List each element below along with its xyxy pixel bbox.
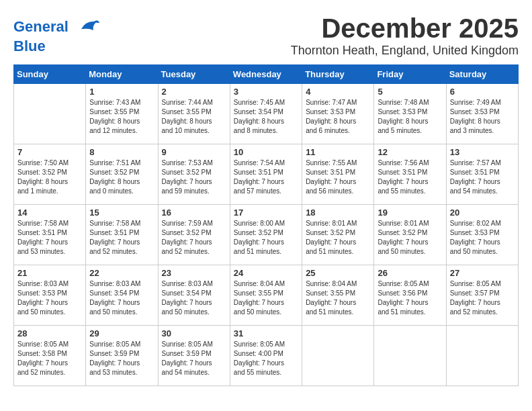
calendar-cell: 14Sunrise: 7:58 AMSunset: 3:51 PMDayligh… bbox=[14, 205, 86, 265]
day-number: 21 bbox=[17, 268, 82, 278]
week-row-4: 21Sunrise: 8:03 AMSunset: 3:53 PMDayligh… bbox=[14, 265, 519, 326]
day-info: Sunrise: 8:03 AMSunset: 3:54 PMDaylight:… bbox=[89, 279, 154, 317]
day-number: 3 bbox=[234, 87, 298, 97]
calendar-cell: 2Sunrise: 7:44 AMSunset: 3:55 PMDaylight… bbox=[158, 84, 230, 144]
day-number: 6 bbox=[450, 87, 515, 97]
day-number: 7 bbox=[17, 147, 82, 157]
logo-line2: Blue bbox=[13, 38, 99, 54]
day-info: Sunrise: 8:01 AMSunset: 3:52 PMDaylight:… bbox=[306, 219, 370, 257]
day-info: Sunrise: 8:03 AMSunset: 3:53 PMDaylight:… bbox=[17, 279, 82, 317]
calendar-cell: 7Sunrise: 7:50 AMSunset: 3:52 PMDaylight… bbox=[14, 144, 86, 205]
day-header-wednesday: Wednesday bbox=[230, 65, 302, 84]
day-number: 12 bbox=[378, 147, 442, 157]
calendar-cell: 23Sunrise: 8:03 AMSunset: 3:54 PMDayligh… bbox=[158, 265, 230, 326]
calendar-cell: 31Sunrise: 8:05 AMSunset: 4:00 PMDayligh… bbox=[230, 326, 302, 386]
calendar-cell bbox=[302, 326, 374, 386]
day-info: Sunrise: 7:45 AMSunset: 3:54 PMDaylight:… bbox=[234, 98, 298, 136]
day-info: Sunrise: 8:03 AMSunset: 3:54 PMDaylight:… bbox=[162, 279, 226, 317]
calendar-cell: 3Sunrise: 7:45 AMSunset: 3:54 PMDaylight… bbox=[230, 84, 302, 144]
day-number: 1 bbox=[89, 87, 154, 97]
day-number: 29 bbox=[89, 328, 154, 338]
day-number: 31 bbox=[234, 328, 298, 338]
calendar-cell: 11Sunrise: 7:55 AMSunset: 3:51 PMDayligh… bbox=[302, 144, 374, 205]
calendar-header-row: SundayMondayTuesdayWednesdayThursdayFrid… bbox=[14, 65, 519, 84]
day-info: Sunrise: 8:00 AMSunset: 3:52 PMDaylight:… bbox=[234, 219, 298, 257]
day-number: 13 bbox=[450, 147, 515, 157]
day-number: 30 bbox=[162, 328, 226, 338]
calendar-cell: 15Sunrise: 7:58 AMSunset: 3:51 PMDayligh… bbox=[86, 205, 158, 265]
day-info: Sunrise: 8:05 AMSunset: 3:56 PMDaylight:… bbox=[378, 279, 442, 317]
calendar-table: SundayMondayTuesdayWednesdayThursdayFrid… bbox=[13, 64, 519, 386]
calendar-cell: 16Sunrise: 7:59 AMSunset: 3:52 PMDayligh… bbox=[158, 205, 230, 265]
day-number: 11 bbox=[306, 147, 370, 157]
day-info: Sunrise: 7:43 AMSunset: 3:55 PMDaylight:… bbox=[89, 98, 154, 136]
calendar-cell: 22Sunrise: 8:03 AMSunset: 3:54 PMDayligh… bbox=[86, 265, 158, 326]
day-number: 17 bbox=[234, 208, 298, 218]
day-info: Sunrise: 7:55 AMSunset: 3:51 PMDaylight:… bbox=[306, 158, 370, 196]
logo-line1: General bbox=[13, 17, 99, 38]
day-number: 23 bbox=[162, 268, 226, 278]
day-number: 28 bbox=[17, 328, 82, 338]
day-info: Sunrise: 7:48 AMSunset: 3:53 PMDaylight:… bbox=[378, 98, 442, 136]
day-info: Sunrise: 8:02 AMSunset: 3:53 PMDaylight:… bbox=[450, 219, 515, 257]
day-number: 10 bbox=[234, 147, 298, 157]
day-info: Sunrise: 7:59 AMSunset: 3:52 PMDaylight:… bbox=[162, 219, 226, 257]
calendar-cell: 25Sunrise: 8:04 AMSunset: 3:55 PMDayligh… bbox=[302, 265, 374, 326]
calendar-cell: 27Sunrise: 8:05 AMSunset: 3:57 PMDayligh… bbox=[446, 265, 518, 326]
calendar-cell bbox=[446, 326, 518, 386]
day-number: 25 bbox=[306, 268, 370, 278]
day-info: Sunrise: 8:05 AMSunset: 3:59 PMDaylight:… bbox=[89, 340, 154, 377]
day-info: Sunrise: 7:58 AMSunset: 3:51 PMDaylight:… bbox=[89, 219, 154, 257]
day-header-tuesday: Tuesday bbox=[158, 65, 230, 84]
day-number: 5 bbox=[378, 87, 442, 97]
day-header-friday: Friday bbox=[374, 65, 446, 84]
calendar-cell: 24Sunrise: 8:04 AMSunset: 3:55 PMDayligh… bbox=[230, 265, 302, 326]
calendar-cell: 20Sunrise: 8:02 AMSunset: 3:53 PMDayligh… bbox=[446, 205, 518, 265]
calendar-cell: 19Sunrise: 8:01 AMSunset: 3:52 PMDayligh… bbox=[374, 205, 446, 265]
day-number: 8 bbox=[89, 147, 154, 157]
day-header-sunday: Sunday bbox=[14, 65, 86, 84]
day-info: Sunrise: 7:54 AMSunset: 3:51 PMDaylight:… bbox=[234, 158, 298, 196]
calendar-cell: 6Sunrise: 7:49 AMSunset: 3:53 PMDaylight… bbox=[446, 84, 518, 144]
day-number: 22 bbox=[89, 268, 154, 278]
day-number: 16 bbox=[162, 208, 226, 218]
day-info: Sunrise: 7:58 AMSunset: 3:51 PMDaylight:… bbox=[17, 219, 82, 257]
calendar-cell: 17Sunrise: 8:00 AMSunset: 3:52 PMDayligh… bbox=[230, 205, 302, 265]
month-title: December 2025 bbox=[291, 13, 519, 44]
week-row-1: 1Sunrise: 7:43 AMSunset: 3:55 PMDaylight… bbox=[14, 84, 519, 144]
calendar-cell bbox=[374, 326, 446, 386]
day-header-monday: Monday bbox=[86, 65, 158, 84]
day-info: Sunrise: 8:05 AMSunset: 4:00 PMDaylight:… bbox=[234, 340, 298, 377]
day-info: Sunrise: 8:04 AMSunset: 3:55 PMDaylight:… bbox=[306, 279, 370, 317]
calendar-cell: 18Sunrise: 8:01 AMSunset: 3:52 PMDayligh… bbox=[302, 205, 374, 265]
day-info: Sunrise: 8:04 AMSunset: 3:55 PMDaylight:… bbox=[234, 279, 298, 317]
day-number: 2 bbox=[162, 87, 226, 97]
day-info: Sunrise: 7:49 AMSunset: 3:53 PMDaylight:… bbox=[450, 98, 515, 136]
day-info: Sunrise: 8:05 AMSunset: 3:57 PMDaylight:… bbox=[450, 279, 515, 317]
day-info: Sunrise: 7:53 AMSunset: 3:52 PMDaylight:… bbox=[162, 158, 226, 196]
day-info: Sunrise: 8:01 AMSunset: 3:52 PMDaylight:… bbox=[378, 219, 442, 257]
calendar-cell bbox=[14, 84, 86, 144]
day-number: 14 bbox=[17, 208, 82, 218]
day-number: 27 bbox=[450, 268, 515, 278]
calendar-cell: 21Sunrise: 8:03 AMSunset: 3:53 PMDayligh… bbox=[14, 265, 86, 326]
day-number: 9 bbox=[162, 147, 226, 157]
day-number: 24 bbox=[234, 268, 298, 278]
calendar-cell: 10Sunrise: 7:54 AMSunset: 3:51 PMDayligh… bbox=[230, 144, 302, 205]
day-number: 19 bbox=[378, 208, 442, 218]
day-info: Sunrise: 7:57 AMSunset: 3:51 PMDaylight:… bbox=[450, 158, 515, 196]
day-header-thursday: Thursday bbox=[302, 65, 374, 84]
day-header-saturday: Saturday bbox=[446, 65, 518, 84]
calendar-cell: 9Sunrise: 7:53 AMSunset: 3:52 PMDaylight… bbox=[158, 144, 230, 205]
calendar-cell: 26Sunrise: 8:05 AMSunset: 3:56 PMDayligh… bbox=[374, 265, 446, 326]
day-number: 26 bbox=[378, 268, 442, 278]
calendar-cell: 29Sunrise: 8:05 AMSunset: 3:59 PMDayligh… bbox=[86, 326, 158, 386]
calendar-cell: 28Sunrise: 8:05 AMSunset: 3:58 PMDayligh… bbox=[14, 326, 86, 386]
day-number: 20 bbox=[450, 208, 515, 218]
week-row-2: 7Sunrise: 7:50 AMSunset: 3:52 PMDaylight… bbox=[14, 144, 519, 205]
calendar-cell: 8Sunrise: 7:51 AMSunset: 3:52 PMDaylight… bbox=[86, 144, 158, 205]
day-info: Sunrise: 7:56 AMSunset: 3:51 PMDaylight:… bbox=[378, 158, 442, 196]
calendar-cell: 30Sunrise: 8:05 AMSunset: 3:59 PMDayligh… bbox=[158, 326, 230, 386]
week-row-3: 14Sunrise: 7:58 AMSunset: 3:51 PMDayligh… bbox=[14, 205, 519, 265]
calendar-cell: 13Sunrise: 7:57 AMSunset: 3:51 PMDayligh… bbox=[446, 144, 518, 205]
